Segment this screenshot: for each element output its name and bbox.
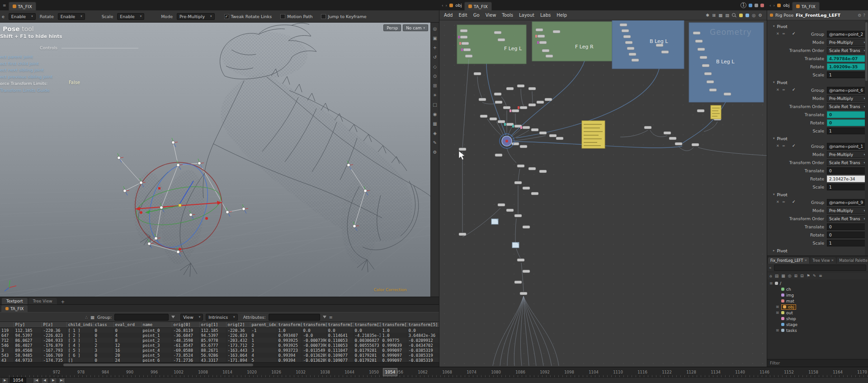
network-node[interactable] xyxy=(528,104,536,106)
network-node[interactable] xyxy=(707,80,714,83)
menu-help[interactable]: Help xyxy=(557,13,567,18)
rig-joint-handle[interactable] xyxy=(242,204,249,213)
expander-icon[interactable]: ⊞ xyxy=(775,328,779,332)
list-icon[interactable]: ▤ xyxy=(775,274,779,278)
network-node[interactable] xyxy=(556,137,563,140)
mode-dropdown[interactable]: Pre-Multiply▾ xyxy=(177,13,215,20)
network-node[interactable] xyxy=(458,36,467,38)
transform-order-dropdown-value[interactable]: Scale Rot Trans▾ xyxy=(827,103,867,110)
translate-field-value[interactable]: 0 xyxy=(827,111,867,118)
column-header[interactable]: transform[4] xyxy=(381,322,407,328)
current-frame-field[interactable]: 1054 xyxy=(10,378,26,383)
network-node[interactable] xyxy=(517,259,524,261)
table-row[interactable]: 389.4568-167.793[ 5 ]316point_4-69.05888… xyxy=(0,348,439,353)
network-node[interactable] xyxy=(629,53,636,56)
pane-menu-icon[interactable]: ≡ xyxy=(3,3,6,8)
scale-field-value[interactable]: 1 xyxy=(827,240,867,246)
column-header[interactable]: orig[1] xyxy=(199,322,226,328)
group-field-value[interactable]: @name=point_2 xyxy=(827,31,867,38)
network-node[interactable] xyxy=(506,87,514,90)
column-header[interactable] xyxy=(0,322,14,328)
network-node[interactable] xyxy=(520,145,527,148)
network-node[interactable] xyxy=(459,42,469,45)
persp-view-button[interactable]: Persp xyxy=(383,24,401,31)
transform-order-dropdown-value[interactable]: Scale Rot Trans▾ xyxy=(827,159,867,166)
menu-go[interactable]: Go xyxy=(473,13,480,18)
transform-order-dropdown-value[interactable]: Scale Rot Trans▾ xyxy=(827,215,867,222)
rig-joint-handle[interactable] xyxy=(226,208,232,217)
attributes-input[interactable] xyxy=(269,314,320,321)
tab-textport[interactable]: Textport xyxy=(2,298,28,304)
network-node[interactable] xyxy=(523,226,530,228)
tab-ta-fix-network[interactable]: TA_FIX xyxy=(464,2,492,10)
network-node[interactable] xyxy=(546,55,553,57)
scrollbar-thumb[interactable] xyxy=(63,364,253,366)
close-icon[interactable] xyxy=(760,4,764,7)
group-field-value[interactable]: @name=point_6 xyxy=(827,87,867,94)
column-header[interactable]: class xyxy=(93,322,113,328)
rotate-field-value[interactable]: 1.09209e-35 xyxy=(827,63,867,70)
pin-icon[interactable] xyxy=(755,4,758,7)
network-node[interactable] xyxy=(700,56,707,59)
network-node[interactable] xyxy=(549,134,557,137)
tab-tree-view[interactable]: Tree View xyxy=(28,298,57,304)
camera-lock-icon[interactable]: □ xyxy=(433,102,437,108)
network-node[interactable] xyxy=(535,35,545,38)
search-icon[interactable] xyxy=(732,13,736,18)
help-icon[interactable]: ? xyxy=(863,13,865,18)
tab-spreadsheet-ta-fix[interactable]: TA_FIX xyxy=(1,305,28,312)
column-header[interactable]: transform[3] xyxy=(353,322,381,328)
settings-icon[interactable]: ⚙ xyxy=(758,13,762,18)
column-header[interactable]: orig[2] xyxy=(226,322,250,328)
column-header[interactable]: transform[1] xyxy=(302,322,326,328)
column-header[interactable]: transform[0] xyxy=(277,322,302,328)
network-node[interactable] xyxy=(520,126,530,129)
column-header[interactable]: orig[0] xyxy=(172,322,199,328)
network-node[interactable] xyxy=(490,118,497,120)
network-node[interactable] xyxy=(539,170,547,173)
rig-joint-handle[interactable] xyxy=(118,153,124,162)
network-node[interactable] xyxy=(523,270,530,273)
network-node[interactable] xyxy=(537,41,547,44)
back-icon[interactable]: « xyxy=(769,265,772,270)
network-node[interactable] xyxy=(461,48,471,51)
network-node[interactable] xyxy=(669,137,676,140)
tree-item-img[interactable]: img xyxy=(767,292,868,298)
tree-item-shop[interactable]: shop xyxy=(767,316,868,322)
mode-dropdown-value[interactable]: Pre-Multiply▾ xyxy=(827,39,867,46)
network-node[interactable] xyxy=(504,123,514,126)
current-frame-marker[interactable]: 1054 xyxy=(383,368,397,376)
network-node[interactable] xyxy=(495,154,502,156)
selected-rig-node[interactable] xyxy=(500,134,514,148)
column-header[interactable]: transform[2] xyxy=(326,322,353,328)
network-node[interactable] xyxy=(523,187,530,189)
column-header[interactable]: child_indices xyxy=(66,322,93,328)
jump-start-button[interactable]: |◀ xyxy=(33,378,40,383)
table-row[interactable]: 54358.9485-166.769[ 6 ]020point_5-73.852… xyxy=(0,353,439,358)
pivot-section-header[interactable]: ▾Pivot xyxy=(767,135,868,142)
expand-all-icon[interactable]: ⊞ xyxy=(794,274,798,278)
camera-icon[interactable] xyxy=(749,4,752,7)
network-node[interactable] xyxy=(480,115,487,118)
menu-layout[interactable]: Layout xyxy=(519,13,534,18)
menu-icon[interactable]: ≡ xyxy=(819,274,822,278)
translate-field-value[interactable]: 4.79784e-07 xyxy=(827,55,867,62)
render-icon[interactable]: ◉ xyxy=(433,112,437,117)
table-row[interactable]: 71286.0627-204.933[ 3 ]18point_2-48.3598… xyxy=(0,338,439,343)
display-options-icon[interactable]: ▦ xyxy=(433,121,437,127)
network-node[interactable] xyxy=(460,29,467,32)
network-node[interactable] xyxy=(656,44,663,47)
pen-icon[interactable]: ✎ xyxy=(433,140,437,146)
network-node[interactable] xyxy=(693,32,700,34)
no-cam-dropdown[interactable]: No cam▾ xyxy=(403,24,428,31)
menu-edit[interactable]: Edit xyxy=(458,13,467,18)
breadcrumb[interactable]: obj xyxy=(455,3,462,8)
network-node[interactable] xyxy=(644,126,651,129)
network-node[interactable] xyxy=(514,181,522,184)
column-header[interactable]: eval_ord xyxy=(113,322,141,328)
rig-joint-handle[interactable] xyxy=(172,138,178,147)
select-tool-icon[interactable]: ▣ xyxy=(433,36,437,41)
network-node[interactable] xyxy=(528,167,536,170)
network-node[interactable] xyxy=(697,109,704,112)
translate-enable-dropdown[interactable]: Enable▾ xyxy=(9,13,36,20)
